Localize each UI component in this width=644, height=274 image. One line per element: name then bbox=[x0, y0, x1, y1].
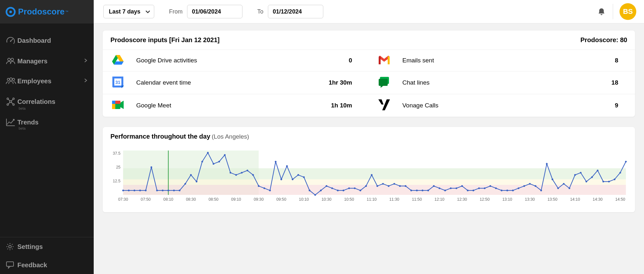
performance-header: Performance throughout the day (Los Ange… bbox=[103, 127, 635, 146]
drive-icon bbox=[111, 54, 125, 67]
svg-text:12:10: 12:10 bbox=[434, 197, 444, 202]
svg-point-86 bbox=[252, 174, 254, 176]
svg-point-81 bbox=[224, 154, 225, 156]
prodoscore-value: Prodoscore: 80 bbox=[580, 36, 627, 44]
sidebar-item-trends[interactable]: Trendsbeta bbox=[0, 112, 94, 132]
input-value: 1h 10m bbox=[331, 102, 360, 109]
gmail-icon bbox=[377, 55, 391, 66]
input-value: 1hr 30m bbox=[329, 79, 361, 86]
svg-point-65 bbox=[134, 190, 135, 191]
date-range-value: Last 7 days bbox=[109, 8, 140, 15]
svg-rect-35 bbox=[123, 185, 626, 195]
svg-point-68 bbox=[150, 166, 152, 168]
input-cell-gmail[interactable]: Emails sent8 bbox=[369, 50, 635, 71]
notifications-icon[interactable] bbox=[597, 7, 606, 16]
svg-point-98 bbox=[320, 190, 322, 191]
svg-point-108 bbox=[376, 185, 378, 187]
input-cell-chat[interactable]: Chat lines18 bbox=[369, 71, 635, 94]
input-value: 9 bbox=[615, 102, 627, 109]
performance-title: Performance throughout the day bbox=[110, 133, 210, 140]
svg-point-103 bbox=[348, 187, 350, 189]
svg-line-18 bbox=[11, 102, 13, 104]
sidebar-item-correlations[interactable]: Correlationsbeta bbox=[0, 91, 94, 112]
svg-point-76 bbox=[196, 181, 197, 182]
svg-point-127 bbox=[484, 187, 485, 189]
to-date-input[interactable] bbox=[268, 5, 323, 18]
svg-point-126 bbox=[478, 187, 480, 189]
svg-point-109 bbox=[382, 183, 384, 185]
user-avatar[interactable]: BS bbox=[620, 3, 636, 20]
to-label: To bbox=[257, 8, 263, 15]
svg-point-90 bbox=[275, 161, 276, 162]
from-date-input[interactable] bbox=[187, 5, 242, 18]
sidebar-item-dashboard[interactable]: Dashboard bbox=[0, 30, 94, 51]
svg-point-77 bbox=[201, 161, 203, 162]
input-cell-drive[interactable]: Google Drive activities0 bbox=[103, 50, 369, 71]
svg-text:14:30: 14:30 bbox=[593, 197, 603, 202]
svg-point-64 bbox=[128, 190, 129, 191]
logo[interactable]: Prodoscore™ bbox=[0, 0, 94, 23]
sidebar-item-feedback[interactable]: Feedback bbox=[0, 256, 94, 274]
svg-text:10:50: 10:50 bbox=[344, 197, 354, 202]
svg-point-119 bbox=[439, 187, 440, 189]
svg-point-106 bbox=[365, 185, 367, 187]
svg-point-94 bbox=[298, 174, 299, 176]
feedback-icon bbox=[6, 261, 17, 269]
main: Last 7 days From To BS bbox=[94, 0, 644, 274]
input-name: Chat lines bbox=[391, 79, 611, 86]
svg-rect-31 bbox=[112, 101, 115, 104]
svg-point-116 bbox=[421, 190, 423, 191]
svg-text:14:50: 14:50 bbox=[615, 197, 625, 202]
svg-text:12:30: 12:30 bbox=[457, 197, 467, 202]
svg-point-93 bbox=[292, 178, 293, 180]
svg-point-84 bbox=[241, 172, 242, 173]
svg-point-137 bbox=[540, 190, 542, 191]
sidebar-item-managers[interactable]: Managers bbox=[0, 51, 94, 71]
svg-point-113 bbox=[405, 185, 406, 187]
chat-icon bbox=[377, 76, 391, 89]
sidebar-item-label: Dashboard bbox=[17, 37, 87, 44]
svg-point-142 bbox=[569, 187, 570, 189]
svg-text:11:50: 11:50 bbox=[412, 197, 422, 202]
from-label: From bbox=[169, 8, 183, 15]
sidebar-item-settings[interactable]: Settings bbox=[0, 237, 94, 256]
svg-point-70 bbox=[162, 190, 163, 191]
chevron-right-icon bbox=[84, 78, 87, 84]
inputs-card: Prodoscore inputs [Fri Jan 12 2021] Prod… bbox=[103, 31, 635, 117]
svg-point-6 bbox=[11, 58, 14, 61]
sidebar-item-label: Settings bbox=[17, 243, 87, 251]
svg-point-125 bbox=[472, 190, 474, 191]
svg-point-141 bbox=[563, 183, 564, 185]
svg-point-79 bbox=[213, 163, 214, 165]
sidebar-item-employees[interactable]: Employees bbox=[0, 71, 94, 91]
input-cell-calendar[interactable]: 31Calendar event time1hr 30m bbox=[103, 71, 369, 94]
svg-point-99 bbox=[326, 185, 327, 187]
svg-point-91 bbox=[280, 178, 282, 180]
svg-text:25: 25 bbox=[116, 165, 120, 169]
vonage-icon bbox=[377, 99, 391, 112]
svg-point-82 bbox=[230, 172, 231, 173]
svg-point-145 bbox=[585, 181, 587, 182]
performance-chart: 12.52537.507:3007:5008:1008:3008:5009:10… bbox=[107, 149, 629, 203]
svg-text:31: 31 bbox=[115, 80, 120, 85]
svg-point-14 bbox=[13, 104, 14, 105]
svg-point-129 bbox=[495, 187, 497, 189]
inputs-title: Prodoscore inputs [Fri Jan 12 2021] bbox=[110, 36, 220, 44]
svg-point-97 bbox=[314, 194, 316, 196]
input-cell-vonage[interactable]: Vonage Calls9 bbox=[369, 94, 635, 117]
svg-point-89 bbox=[269, 190, 271, 191]
svg-text:09:10: 09:10 bbox=[231, 197, 241, 202]
svg-point-9 bbox=[13, 78, 15, 81]
svg-text:12.5: 12.5 bbox=[113, 179, 120, 183]
input-cell-meet[interactable]: Google Meet1h 10m bbox=[103, 94, 369, 117]
svg-point-130 bbox=[501, 190, 502, 191]
sidebar-item-label: Managers bbox=[17, 58, 84, 65]
date-range-select[interactable]: Last 7 days bbox=[103, 5, 154, 18]
sidebar: Prodoscore™ DashboardManagersEmployeesCo… bbox=[0, 0, 94, 274]
svg-point-136 bbox=[535, 185, 536, 187]
svg-point-149 bbox=[608, 181, 610, 182]
svg-point-13 bbox=[7, 104, 9, 105]
svg-point-67 bbox=[145, 190, 147, 191]
svg-text:13:10: 13:10 bbox=[502, 197, 512, 202]
beta-label: beta bbox=[19, 106, 25, 110]
